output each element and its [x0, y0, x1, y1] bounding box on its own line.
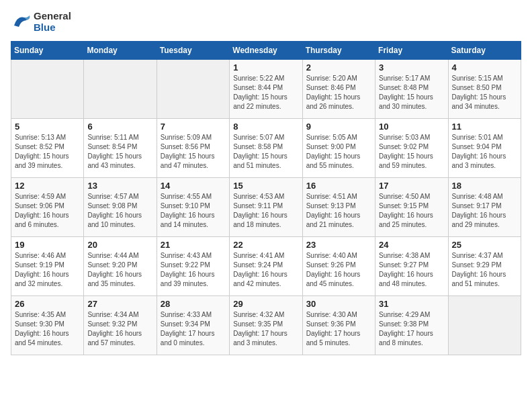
day-number: 24 [379, 240, 444, 250]
day-cell: 10Sunrise: 5:03 AM Sunset: 9:02 PM Dayli… [375, 119, 448, 178]
logo-general-text: General [34, 11, 71, 22]
day-number: 8 [233, 122, 298, 132]
day-info: Sunrise: 4:59 AM Sunset: 9:06 PM Dayligh… [15, 192, 80, 230]
header-wednesday: Wednesday [230, 42, 302, 60]
day-info: Sunrise: 4:40 AM Sunset: 9:26 PM Dayligh… [306, 251, 371, 289]
day-cell: 13Sunrise: 4:57 AM Sunset: 9:08 PM Dayli… [84, 178, 157, 237]
day-info: Sunrise: 4:48 AM Sunset: 9:17 PM Dayligh… [452, 192, 517, 230]
day-cell: 29Sunrise: 4:32 AM Sunset: 9:35 PM Dayli… [230, 296, 302, 355]
day-info: Sunrise: 5:01 AM Sunset: 9:04 PM Dayligh… [452, 133, 517, 171]
day-cell: 30Sunrise: 4:30 AM Sunset: 9:36 PM Dayli… [302, 296, 375, 355]
day-number: 30 [306, 299, 371, 309]
day-info: Sunrise: 4:50 AM Sunset: 9:15 PM Dayligh… [379, 192, 444, 230]
day-number: 6 [87, 122, 152, 132]
calendar-table: SundayMondayTuesdayWednesdayThursdayFrid… [11, 41, 521, 355]
day-number: 2 [306, 62, 371, 73]
week-row-3: 12Sunrise: 4:59 AM Sunset: 9:06 PM Dayli… [11, 178, 521, 237]
day-number: 12 [15, 181, 80, 191]
day-cell: 7Sunrise: 5:09 AM Sunset: 8:56 PM Daylig… [157, 119, 229, 178]
week-row-4: 19Sunrise: 4:46 AM Sunset: 9:19 PM Dayli… [11, 237, 521, 296]
day-info: Sunrise: 5:05 AM Sunset: 9:00 PM Dayligh… [306, 133, 371, 171]
day-cell: 15Sunrise: 4:53 AM Sunset: 9:11 PM Dayli… [230, 178, 302, 237]
day-number: 27 [87, 299, 152, 309]
day-number: 4 [452, 62, 517, 73]
day-number: 13 [87, 181, 152, 191]
day-number: 28 [161, 299, 226, 309]
day-cell: 5Sunrise: 5:13 AM Sunset: 8:52 PM Daylig… [11, 119, 84, 178]
day-cell: 18Sunrise: 4:48 AM Sunset: 9:17 PM Dayli… [448, 178, 521, 237]
day-cell: 28Sunrise: 4:33 AM Sunset: 9:34 PM Dayli… [157, 296, 229, 355]
logo-bird-icon [11, 12, 31, 32]
day-cell: 24Sunrise: 4:38 AM Sunset: 9:27 PM Dayli… [375, 237, 448, 296]
day-number: 19 [15, 240, 80, 250]
header-sunday: Sunday [11, 42, 84, 60]
day-info: Sunrise: 4:51 AM Sunset: 9:13 PM Dayligh… [306, 192, 371, 230]
day-cell: 1Sunrise: 5:22 AM Sunset: 8:44 PM Daylig… [230, 60, 302, 119]
header-tuesday: Tuesday [157, 42, 229, 60]
day-info: Sunrise: 4:37 AM Sunset: 9:29 PM Dayligh… [452, 251, 517, 289]
day-cell: 6Sunrise: 5:11 AM Sunset: 8:54 PM Daylig… [84, 119, 157, 178]
day-number: 5 [15, 122, 80, 132]
day-info: Sunrise: 4:43 AM Sunset: 9:22 PM Dayligh… [161, 251, 226, 289]
day-info: Sunrise: 4:29 AM Sunset: 9:38 PM Dayligh… [379, 310, 444, 348]
day-info: Sunrise: 4:32 AM Sunset: 9:35 PM Dayligh… [233, 310, 298, 348]
day-number: 18 [452, 181, 517, 191]
day-number: 26 [15, 299, 80, 309]
day-cell [84, 60, 157, 119]
logo-blue-text: Blue [34, 22, 71, 34]
day-number: 20 [87, 240, 152, 250]
day-number: 31 [379, 299, 444, 309]
day-info: Sunrise: 4:30 AM Sunset: 9:36 PM Dayligh… [306, 310, 371, 348]
week-row-5: 26Sunrise: 4:35 AM Sunset: 9:30 PM Dayli… [11, 296, 521, 355]
day-cell: 14Sunrise: 4:55 AM Sunset: 9:10 PM Dayli… [157, 178, 229, 237]
day-cell: 25Sunrise: 4:37 AM Sunset: 9:29 PM Dayli… [448, 237, 521, 296]
day-cell: 3Sunrise: 5:17 AM Sunset: 8:48 PM Daylig… [375, 60, 448, 119]
day-number: 9 [306, 122, 371, 132]
header-saturday: Saturday [448, 42, 521, 60]
day-number: 3 [379, 62, 444, 73]
day-cell: 20Sunrise: 4:44 AM Sunset: 9:20 PM Dayli… [84, 237, 157, 296]
day-info: Sunrise: 4:57 AM Sunset: 9:08 PM Dayligh… [87, 192, 152, 230]
day-info: Sunrise: 4:33 AM Sunset: 9:34 PM Dayligh… [161, 310, 226, 348]
day-cell: 8Sunrise: 5:07 AM Sunset: 8:58 PM Daylig… [230, 119, 302, 178]
day-cell: 17Sunrise: 4:50 AM Sunset: 9:15 PM Dayli… [375, 178, 448, 237]
day-number: 1 [233, 62, 298, 73]
day-number: 25 [452, 240, 517, 250]
day-info: Sunrise: 4:34 AM Sunset: 9:32 PM Dayligh… [87, 310, 152, 348]
day-cell: 16Sunrise: 4:51 AM Sunset: 9:13 PM Dayli… [302, 178, 375, 237]
header-friday: Friday [375, 42, 448, 60]
week-row-1: 1Sunrise: 5:22 AM Sunset: 8:44 PM Daylig… [11, 60, 521, 119]
day-info: Sunrise: 5:13 AM Sunset: 8:52 PM Dayligh… [15, 133, 80, 171]
day-number: 15 [233, 181, 298, 191]
header-thursday: Thursday [302, 42, 375, 60]
day-info: Sunrise: 5:20 AM Sunset: 8:46 PM Dayligh… [306, 74, 371, 111]
day-cell: 26Sunrise: 4:35 AM Sunset: 9:30 PM Dayli… [11, 296, 84, 355]
day-cell: 9Sunrise: 5:05 AM Sunset: 9:00 PM Daylig… [302, 119, 375, 178]
day-number: 16 [306, 181, 371, 191]
day-info: Sunrise: 4:53 AM Sunset: 9:11 PM Dayligh… [233, 192, 298, 230]
day-info: Sunrise: 5:11 AM Sunset: 8:54 PM Dayligh… [87, 133, 152, 171]
day-info: Sunrise: 5:03 AM Sunset: 9:02 PM Dayligh… [379, 133, 444, 171]
day-number: 21 [161, 240, 226, 250]
logo: General Blue [11, 11, 71, 33]
day-cell: 23Sunrise: 4:40 AM Sunset: 9:26 PM Dayli… [302, 237, 375, 296]
day-cell: 4Sunrise: 5:15 AM Sunset: 8:50 PM Daylig… [448, 60, 521, 119]
day-info: Sunrise: 4:55 AM Sunset: 9:10 PM Dayligh… [161, 192, 226, 230]
day-cell: 19Sunrise: 4:46 AM Sunset: 9:19 PM Dayli… [11, 237, 84, 296]
day-cell: 31Sunrise: 4:29 AM Sunset: 9:38 PM Dayli… [375, 296, 448, 355]
day-number: 22 [233, 240, 298, 250]
day-info: Sunrise: 4:35 AM Sunset: 9:30 PM Dayligh… [15, 310, 80, 348]
day-number: 7 [161, 122, 226, 132]
week-row-2: 5Sunrise: 5:13 AM Sunset: 8:52 PM Daylig… [11, 119, 521, 178]
day-info: Sunrise: 5:17 AM Sunset: 8:48 PM Dayligh… [379, 74, 444, 111]
day-info: Sunrise: 5:22 AM Sunset: 8:44 PM Dayligh… [233, 74, 298, 111]
day-cell: 2Sunrise: 5:20 AM Sunset: 8:46 PM Daylig… [302, 60, 375, 119]
day-info: Sunrise: 4:44 AM Sunset: 9:20 PM Dayligh… [87, 251, 152, 289]
day-cell: 12Sunrise: 4:59 AM Sunset: 9:06 PM Dayli… [11, 178, 84, 237]
day-cell: 22Sunrise: 4:41 AM Sunset: 9:24 PM Dayli… [230, 237, 302, 296]
day-info: Sunrise: 4:38 AM Sunset: 9:27 PM Dayligh… [379, 251, 444, 289]
page-header: General Blue [11, 11, 521, 33]
day-info: Sunrise: 4:46 AM Sunset: 9:19 PM Dayligh… [15, 251, 80, 289]
day-cell [448, 296, 521, 355]
day-cell: 21Sunrise: 4:43 AM Sunset: 9:22 PM Dayli… [157, 237, 229, 296]
